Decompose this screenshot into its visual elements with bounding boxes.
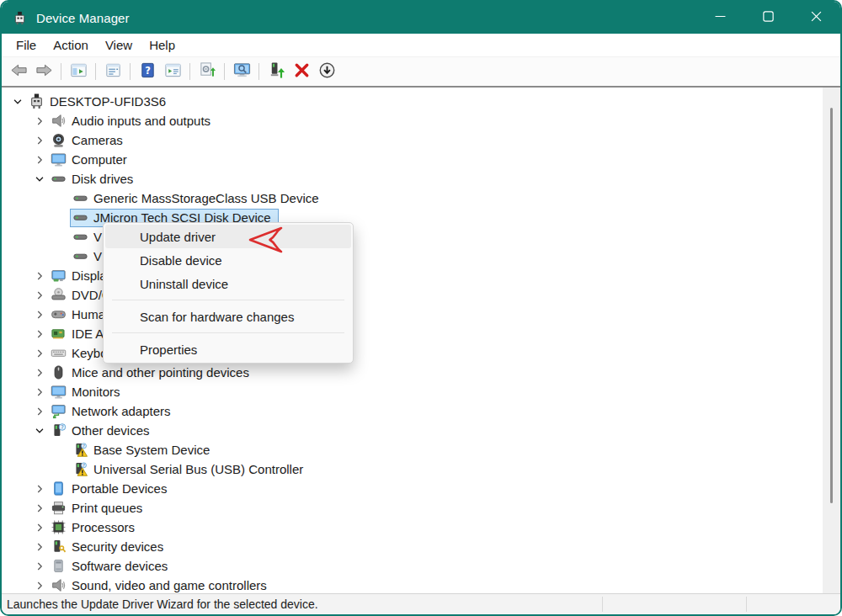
tree-item: Software devices bbox=[48, 557, 175, 576]
tree-item: Network adapters bbox=[48, 402, 179, 421]
device-tree-panel: DESKTOP-UFID3S6Audio inputs and outputsC… bbox=[2, 88, 840, 593]
device-manager-app-icon bbox=[13, 11, 27, 25]
disk-drive-icon bbox=[51, 171, 67, 187]
tree-row[interactable]: Monitors bbox=[2, 382, 840, 401]
minimize-button[interactable] bbox=[696, 2, 744, 34]
context-menu-item-scan-for-hardware-changes[interactable]: Scan for hardware changes bbox=[105, 305, 351, 328]
show-console-tree-button[interactable] bbox=[67, 60, 90, 83]
chevron-right-icon[interactable] bbox=[30, 560, 48, 573]
tree-row[interactable]: Mice and other pointing devices bbox=[2, 363, 840, 382]
forward-button[interactable] bbox=[32, 60, 56, 83]
screen: Device Manager FileActionViewHelp ? DESK… bbox=[0, 0, 842, 616]
chevron-right-icon[interactable] bbox=[30, 347, 48, 360]
disk-drive-icon bbox=[72, 210, 88, 226]
chevron-placeholder bbox=[52, 443, 70, 457]
statusbar-divider bbox=[746, 597, 747, 612]
audio-speaker-icon bbox=[51, 113, 67, 129]
audio-speaker-icon bbox=[51, 577, 67, 593]
disk-drive-icon bbox=[72, 229, 88, 245]
computer-root-icon bbox=[29, 93, 45, 109]
menu-action[interactable]: Action bbox=[45, 35, 97, 55]
tree-item: Disk drives bbox=[48, 170, 141, 189]
chevron-right-icon[interactable] bbox=[30, 482, 48, 496]
forward-arrow-icon bbox=[35, 61, 53, 82]
software-box-icon bbox=[51, 558, 67, 574]
menu-file[interactable]: File bbox=[8, 35, 45, 55]
context-menu-item-disable-device[interactable]: Disable device bbox=[105, 248, 351, 272]
tree-row[interactable]: ?Other devices bbox=[2, 421, 840, 440]
tree-row[interactable]: Security devices bbox=[2, 537, 840, 556]
chevron-down-icon[interactable] bbox=[30, 424, 48, 438]
chevron-right-icon[interactable] bbox=[30, 502, 48, 515]
security-key-device-icon bbox=[51, 539, 67, 555]
toolbar-separator bbox=[189, 63, 190, 80]
dvd-drive-icon bbox=[51, 287, 67, 303]
back-button[interactable] bbox=[7, 60, 30, 83]
mouse-icon bbox=[51, 364, 67, 380]
camera-icon bbox=[51, 132, 67, 148]
tree-item-label: Generic MassStorageClass USB Device bbox=[93, 191, 319, 205]
help-button[interactable]: ? bbox=[136, 60, 159, 83]
toolbar: ? bbox=[2, 57, 840, 86]
chevron-right-icon[interactable] bbox=[30, 579, 48, 592]
svg-text:?: ? bbox=[83, 443, 85, 449]
tree-row[interactable]: ?Base System Device bbox=[2, 440, 840, 459]
tree-item: Generic MassStorageClass USB Device bbox=[70, 189, 327, 208]
show-action-pane-button[interactable] bbox=[161, 60, 184, 83]
properties-button[interactable] bbox=[101, 60, 125, 83]
warning-device-icon: ? bbox=[72, 461, 88, 477]
context-menu-item-properties[interactable]: Properties bbox=[105, 337, 351, 361]
chevron-right-icon[interactable] bbox=[30, 308, 48, 321]
uninstall-device-button[interactable] bbox=[290, 60, 313, 83]
scan-hardware-changes-button[interactable] bbox=[230, 60, 253, 83]
maximize-button[interactable] bbox=[744, 2, 792, 34]
chevron-right-icon[interactable] bbox=[30, 114, 48, 128]
tree-item: Cameras bbox=[48, 131, 131, 150]
chevron-right-icon[interactable] bbox=[30, 405, 48, 418]
tree-item-label: Portable Devices bbox=[72, 481, 167, 496]
menu-view[interactable]: View bbox=[97, 35, 141, 55]
context-menu-item-update-driver[interactable]: Update driver bbox=[105, 225, 351, 248]
chevron-right-icon[interactable] bbox=[30, 385, 48, 399]
update-driver-software-button[interactable] bbox=[195, 60, 219, 83]
tree-row[interactable]: Portable Devices bbox=[2, 479, 840, 498]
tree-row[interactable]: DESKTOP-UFID3S6 bbox=[2, 92, 840, 111]
window-title: Device Manager bbox=[36, 11, 130, 25]
close-button[interactable] bbox=[792, 2, 840, 34]
toolbar-separator bbox=[130, 63, 131, 80]
minimize-icon bbox=[715, 10, 726, 25]
chevron-right-icon[interactable] bbox=[30, 540, 48, 554]
chevron-right-icon[interactable] bbox=[30, 134, 48, 147]
monitor-icon bbox=[51, 151, 67, 167]
tree-row[interactable]: Software devices bbox=[2, 556, 840, 576]
chevron-right-icon[interactable] bbox=[30, 289, 48, 302]
tree-item: Audio inputs and outputs bbox=[48, 112, 218, 130]
tree-row[interactable]: ?Universal Serial Bus (USB) Controller bbox=[2, 459, 840, 479]
chevron-down-icon[interactable] bbox=[8, 95, 26, 109]
chevron-right-icon[interactable] bbox=[30, 521, 48, 534]
tree-row[interactable]: Sound, video and game controllers bbox=[2, 576, 840, 593]
tree-row[interactable]: Audio inputs and outputs bbox=[2, 111, 840, 130]
tree-row[interactable]: Disk drives bbox=[2, 169, 840, 189]
vertical-scrollbar[interactable] bbox=[823, 88, 840, 593]
chevron-down-icon[interactable] bbox=[30, 173, 48, 186]
chevron-right-icon[interactable] bbox=[30, 327, 48, 341]
tree-row[interactable]: Print queues bbox=[2, 498, 840, 518]
context-menu-item-uninstall-device[interactable]: Uninstall device bbox=[105, 272, 351, 295]
hid-gamepad-icon bbox=[51, 306, 67, 322]
tree-row[interactable]: Computer bbox=[2, 150, 840, 169]
unknown-device-icon: ? bbox=[51, 422, 67, 438]
toolbar-separator bbox=[258, 63, 259, 80]
chevron-right-icon[interactable] bbox=[30, 366, 48, 380]
tree-row[interactable]: Cameras bbox=[2, 130, 840, 150]
scrollbar-thumb[interactable] bbox=[830, 108, 833, 503]
disable-device-button[interactable] bbox=[315, 60, 338, 83]
tree-row[interactable]: Generic MassStorageClass USB Device bbox=[2, 189, 840, 208]
update-driver-button[interactable] bbox=[264, 60, 288, 83]
chevron-right-icon[interactable] bbox=[30, 269, 48, 283]
tree-row[interactable]: Network adapters bbox=[2, 401, 840, 421]
tree-row[interactable]: Processors bbox=[2, 518, 840, 537]
menu-bar: FileActionViewHelp bbox=[2, 34, 840, 57]
menu-help[interactable]: Help bbox=[141, 35, 184, 55]
chevron-right-icon[interactable] bbox=[30, 153, 48, 167]
